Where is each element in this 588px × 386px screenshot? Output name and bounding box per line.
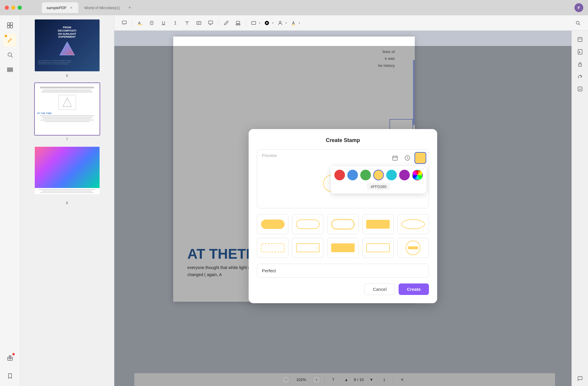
close-traffic-light[interactable] [5,6,9,10]
svg-point-29 [279,21,281,23]
shape-tool[interactable]: ▾ [248,18,260,28]
sidebar-item-search[interactable] [4,48,16,61]
maximize-traffic-light[interactable] [18,6,22,10]
swatch-blue[interactable] [347,170,358,180]
sidebar-item-layers[interactable] [4,369,16,382]
toolbar-separator-3 [246,19,246,27]
text-color-tool[interactable]: ▾ [288,18,300,28]
right-sidebar-lock-btn[interactable] [575,59,585,70]
sidebar-item-bookmarks[interactable] [4,63,16,76]
template-rect-dashed [261,243,285,252]
calendar-tool-btn[interactable] [390,153,400,163]
notification-badge [12,353,15,355]
thumb-page-number-8: 8 [66,201,68,205]
callout-tool[interactable] [205,18,216,28]
underline-tool[interactable] [158,18,169,28]
calendar-icon [392,155,398,161]
right-sidebar-share-btn[interactable] [575,71,585,82]
minimize-traffic-light[interactable] [11,6,15,10]
svg-point-28 [266,22,268,24]
stamp-template-9[interactable] [362,238,394,258]
pen-tool[interactable] [221,18,232,28]
swatch-rainbow[interactable] [412,170,423,180]
modal-title: Create Stamp [257,137,429,143]
color-wheel-icon [264,20,270,26]
svg-rect-23 [236,24,240,25]
thumb8-text [35,188,100,194]
text-tool-icon [184,20,190,26]
stamp-template-10[interactable] [397,238,429,258]
thumbnail-page-7[interactable]: AT THE TIME 7 [34,83,100,141]
svg-point-31 [576,21,579,24]
stamp-template-1[interactable] [257,214,288,234]
create-button[interactable]: Create [399,283,429,295]
person-tool[interactable]: ▾ [275,18,287,28]
swatch-purple[interactable] [399,170,410,180]
text-cursor-tool[interactable] [170,18,181,28]
template-rect-filled [366,220,390,229]
svg-rect-7 [7,69,13,70]
swatch-cyan[interactable] [386,170,397,180]
share-icon [577,74,583,79]
sidebar-item-thumbnails[interactable] [4,19,16,32]
thumb6-body: Newton graduated from Trinity College, C… [37,60,97,65]
svg-rect-38 [578,37,582,42]
text-color-btn [288,18,299,28]
thumb6-title: PRISMDECOMPOSITION SUNLIGHTEXPERIMENT [58,26,76,39]
svg-rect-21 [209,21,213,24]
cancel-button[interactable]: Cancel [364,283,395,295]
person-btn [275,18,285,28]
tab-bar: samplePDF ✕ World of Microbes(1) + [42,2,134,13]
right-sidebar-pdfa-btn[interactable] [575,47,585,57]
clock-tool-btn[interactable] [402,153,413,163]
svg-rect-2 [7,26,10,28]
shape-dropdown-arrow: ▾ [259,22,260,24]
textbox-tool[interactable] [194,18,204,28]
text-color-icon [291,20,296,26]
highlight-tool[interactable] [135,18,145,28]
tab-samplepdf[interactable]: samplePDF ✕ [42,2,78,13]
stamp-template-5[interactable] [397,214,429,234]
search-tool[interactable] [573,18,583,28]
svg-rect-6 [7,68,13,69]
tab-world-of-microbes[interactable]: World of Microbes(1) [80,2,124,13]
right-sidebar-view-btn[interactable] [575,34,585,45]
stamp-template-6[interactable] [257,238,288,258]
strikethrough-tool[interactable] [146,18,157,28]
svg-line-5 [11,56,13,57]
thumb-image-6: PRISMDECOMPOSITION SUNLIGHTEXPERIMENT [34,19,100,72]
active-indicator [5,35,7,37]
stamp-template-4[interactable] [362,214,394,234]
swatch-red[interactable] [334,170,345,180]
thumbnail-page-6[interactable]: PRISMDECOMPOSITION SUNLIGHTEXPERIMENT [34,19,100,78]
sidebar-item-annotation[interactable] [4,34,16,47]
stamp-template-7[interactable] [292,238,323,258]
color-tool[interactable]: ▾ [262,18,274,28]
thumb-page-number-7: 7 [66,137,68,141]
swatch-green[interactable] [360,170,371,180]
svg-rect-1 [10,23,13,25]
comments-tool[interactable] [119,18,130,28]
stamp-template-3[interactable] [327,214,359,234]
content-row: lines of k was he history AT THETIME [114,31,588,386]
search-tool-icon [575,20,581,26]
stamp-template-8[interactable] [327,238,359,258]
thumbnail-page-8[interactable]: 8 [34,146,100,205]
tab-close-button[interactable]: ✕ [69,5,74,10]
stamp-text-field[interactable] [257,264,429,278]
right-sidebar-chat-btn[interactable] [575,373,585,384]
text-tool[interactable] [182,18,192,28]
person-icon [278,20,283,26]
stamp-tool[interactable] [233,18,243,28]
stamp-template-2[interactable] [292,214,323,234]
right-sidebar-check-btn[interactable] [575,84,585,94]
add-tab-button[interactable]: + [125,4,134,12]
color-swatch-button[interactable] [414,152,426,164]
pen-icon [224,20,229,26]
svg-rect-33 [393,156,397,160]
clock-icon [404,155,410,161]
swatch-yellow[interactable] [373,170,384,180]
svg-line-32 [579,24,580,25]
sidebar-item-gift[interactable] [4,351,16,364]
chat-icon [577,376,583,381]
